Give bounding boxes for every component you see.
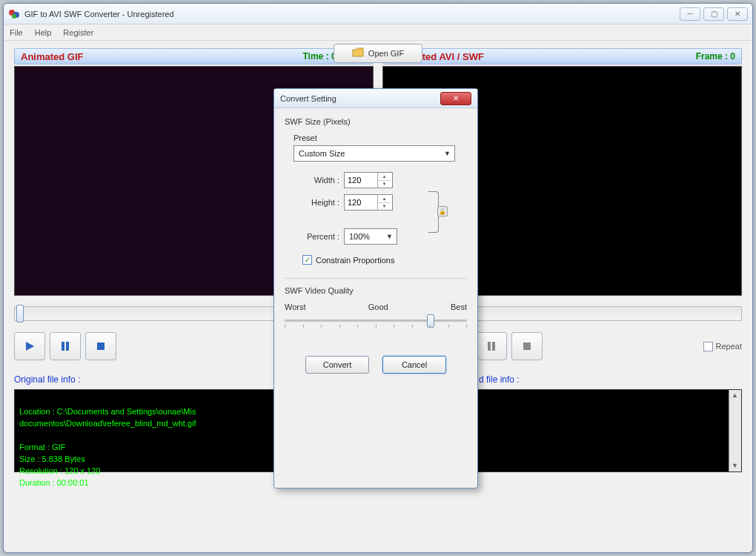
percent-label: Percent : bbox=[302, 232, 339, 241]
quality-good-label: Good bbox=[368, 302, 388, 311]
svg-rect-6 bbox=[97, 342, 105, 350]
right-panel-header: Converted AVI / SWF Frame : 0 bbox=[382, 48, 742, 64]
preset-combo[interactable]: Custom Size bbox=[294, 145, 455, 162]
height-spinner[interactable]: ▲▼ bbox=[344, 194, 393, 211]
open-gif-button[interactable]: Open GIF bbox=[334, 44, 422, 63]
titlebar[interactable]: GIF to AVI SWF Converter - Unregistered … bbox=[4, 4, 752, 24]
percent-combo[interactable]: 100% bbox=[344, 228, 397, 245]
dialog-titlebar[interactable]: Convert Setting ✕ bbox=[274, 89, 477, 108]
right-pause-button[interactable] bbox=[476, 332, 507, 360]
width-label: Width : bbox=[302, 176, 339, 185]
svg-rect-4 bbox=[62, 342, 64, 351]
svg-marker-3 bbox=[26, 342, 34, 351]
pause-icon bbox=[60, 341, 70, 351]
quality-best-label: Best bbox=[451, 302, 467, 311]
height-label: Height : bbox=[302, 198, 339, 207]
maximize-button[interactable]: ▢ bbox=[703, 7, 724, 21]
menu-help[interactable]: Help bbox=[35, 28, 52, 37]
convert-button[interactable]: Convert bbox=[305, 356, 369, 374]
app-icon bbox=[8, 8, 20, 20]
quality-slider[interactable] bbox=[285, 314, 467, 328]
converted-info-scrollbar[interactable] bbox=[729, 390, 741, 471]
svg-rect-5 bbox=[66, 342, 69, 351]
play-button[interactable] bbox=[14, 332, 45, 360]
right-repeat-checkbox[interactable] bbox=[703, 342, 713, 351]
height-up[interactable]: ▲ bbox=[378, 195, 391, 203]
right-stop-button[interactable] bbox=[511, 332, 543, 360]
width-input[interactable] bbox=[345, 176, 377, 185]
height-down[interactable]: ▼ bbox=[378, 203, 391, 211]
stop-icon bbox=[96, 341, 106, 351]
quality-worst-label: Worst bbox=[285, 302, 306, 311]
preset-value: Custom Size bbox=[299, 149, 345, 158]
original-info-text: Location : C:\Documents and Settings\oun… bbox=[19, 407, 196, 487]
svg-point-2 bbox=[12, 14, 16, 19]
pause-button[interactable] bbox=[50, 332, 81, 360]
preset-label: Preset bbox=[294, 133, 467, 142]
stop-icon bbox=[522, 341, 532, 351]
convert-setting-dialog: Convert Setting ✕ SWF Size (Pixels) Pres… bbox=[273, 88, 478, 489]
constrain-checkbox[interactable]: ✓ bbox=[302, 255, 312, 265]
window-title: GIF to AVI SWF Converter - Unregistered bbox=[24, 10, 174, 19]
cancel-button[interactable]: Cancel bbox=[382, 356, 446, 374]
height-input[interactable] bbox=[345, 198, 377, 207]
link-lock-icon[interactable]: 🔒 bbox=[437, 206, 448, 216]
close-button[interactable]: ✕ bbox=[727, 7, 748, 21]
menubar: File Help Register bbox=[4, 24, 752, 41]
menu-register[interactable]: Register bbox=[63, 28, 93, 37]
width-up[interactable]: ▲ bbox=[378, 173, 391, 181]
dialog-close-button[interactable]: ✕ bbox=[440, 92, 471, 105]
percent-value: 100% bbox=[349, 232, 370, 241]
width-spinner[interactable]: ▲▼ bbox=[344, 172, 393, 188]
right-frame-label: Frame : 0 bbox=[696, 51, 735, 62]
main-window: GIF to AVI SWF Converter - Unregistered … bbox=[3, 3, 753, 553]
left-seek-thumb[interactable] bbox=[16, 305, 24, 322]
minimize-button[interactable]: ─ bbox=[680, 7, 700, 21]
svg-rect-9 bbox=[523, 342, 531, 350]
width-down[interactable]: ▼ bbox=[378, 181, 391, 188]
constrain-label: Constrain Proportions bbox=[316, 256, 394, 265]
left-panel-title: Animated GIF bbox=[21, 51, 84, 62]
pause-icon bbox=[486, 341, 497, 351]
quality-section-label: SWF Video Quality bbox=[285, 286, 467, 295]
svg-rect-8 bbox=[492, 342, 495, 351]
right-repeat-label: Repeat bbox=[716, 342, 742, 351]
swf-size-label: SWF Size (Pixels) bbox=[285, 117, 467, 126]
stop-button[interactable] bbox=[85, 332, 116, 360]
dialog-title: Convert Setting bbox=[280, 94, 336, 103]
open-gif-label: Open GIF bbox=[368, 49, 404, 58]
folder-icon bbox=[352, 47, 364, 59]
play-icon bbox=[24, 340, 36, 352]
menu-file[interactable]: File bbox=[10, 28, 23, 37]
separator bbox=[285, 278, 467, 279]
svg-rect-7 bbox=[488, 342, 491, 351]
left-panel-header: Animated GIF Time : 00:00:00 bbox=[14, 48, 374, 64]
